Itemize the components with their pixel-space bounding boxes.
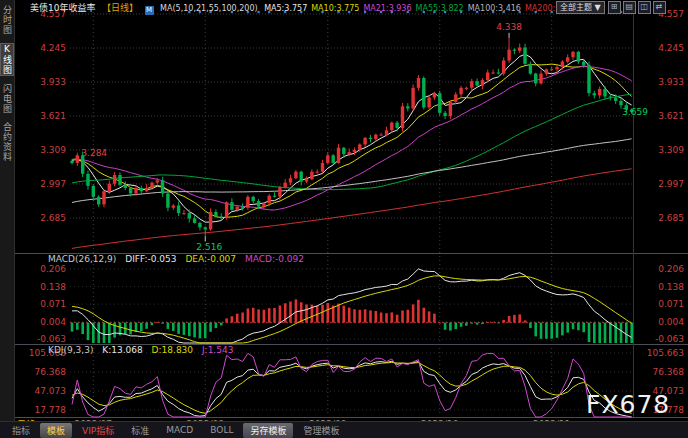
svg-text:0.138: 0.138 — [40, 282, 66, 292]
kdj-d: D:18.830 — [152, 345, 193, 355]
svg-text:17.778: 17.778 — [35, 405, 67, 415]
charting-app-window: 4.5574.5574.2454.2453.9333.9333.6213.621… — [0, 0, 688, 438]
svg-text:0.004: 0.004 — [40, 317, 66, 327]
tab-指标[interactable]: 指标 — [5, 423, 37, 438]
svg-text:0.004: 0.004 — [658, 317, 684, 327]
ma-settings-icon[interactable]: M — [145, 6, 154, 15]
ma-lines — [72, 54, 632, 248]
kdj-panel — [72, 353, 632, 417]
bar-chart-icon[interactable]: ▤ — [623, 1, 636, 14]
chart-canvas[interactable]: 4.5574.5574.2454.2453.9333.9333.6213.621… — [0, 0, 688, 438]
macd-macd: MACD:-0.092 — [245, 254, 304, 264]
ma-value: MA5:3.757 — [264, 4, 307, 13]
ma-value: MA100:3.416 — [468, 4, 521, 13]
tab-VIP指标[interactable]: VIP指标 — [75, 423, 121, 438]
svg-text:76.368: 76.368 — [35, 367, 67, 377]
svg-text:3.621: 3.621 — [658, 111, 684, 121]
kdj-name: KDJ(9,3,3) — [48, 345, 93, 355]
svg-text:105.663: 105.663 — [647, 348, 684, 358]
column-chart-icon[interactable]: ◫ — [638, 1, 651, 14]
candlesticks — [70, 38, 633, 237]
theme-dropdown-button[interactable]: 全部主题 ▼ — [556, 1, 605, 14]
kdj-j: J:1.543 — [202, 345, 233, 355]
ma-value: MA55:3.822 — [416, 4, 464, 13]
svg-text:76.368: 76.368 — [653, 367, 685, 377]
svg-text:3.309: 3.309 — [658, 145, 684, 155]
grid-and-axes: 4.5574.5574.2454.2453.9333.9333.6213.621… — [14, 9, 688, 418]
svg-text:4.245: 4.245 — [658, 43, 684, 53]
svg-text:2.516: 2.516 — [196, 242, 222, 252]
svg-text:0.071: 0.071 — [658, 299, 684, 309]
header-controls: 全部主题 ▼ ⊞▤◫⇄ — [556, 1, 666, 14]
period-tag: 【日线】 — [102, 3, 138, 13]
svg-text:0.206: 0.206 — [40, 264, 66, 274]
sidebar-item-合约资料[interactable]: 合约资料 — [1, 122, 13, 162]
kdj-panel-header: KDJ(9,3,3) K:13.068 D:18.830 J:1.543 — [48, 345, 239, 355]
svg-text:2.997: 2.997 — [40, 179, 66, 189]
tab-标准[interactable]: 标准 — [124, 423, 156, 438]
ma-values: MA5:3.757MA10:3.775MA21:3.936MA55:3.822M… — [264, 4, 582, 13]
tab-BOLL[interactable]: BOLL — [203, 424, 240, 436]
tab-另存模板[interactable]: 另存模板 — [243, 423, 293, 438]
tab-模板[interactable]: 模板 — [40, 423, 72, 438]
svg-text:3.659: 3.659 — [622, 107, 648, 117]
svg-text:4.245: 4.245 — [40, 43, 66, 53]
split-grid-icon[interactable]: ⊞ — [608, 1, 621, 14]
svg-text:4.338: 4.338 — [496, 22, 522, 32]
tab-MACD[interactable]: MACD — [159, 424, 200, 436]
svg-text:2.685: 2.685 — [40, 213, 66, 223]
macd-panel-header: MACD(26,12,9) DIFF:-0.053 DEA:-0.007 MAC… — [48, 254, 310, 264]
chart-header: 美债10年收益率 【日线】 M MA(5,10,21,55,100,200) M… — [30, 1, 586, 15]
svg-text:-0.063: -0.063 — [37, 334, 66, 344]
watermark: FX678 — [586, 390, 670, 419]
svg-text:0.071: 0.071 — [40, 299, 66, 309]
svg-text:0.138: 0.138 — [658, 282, 684, 292]
svg-text:3.933: 3.933 — [658, 77, 684, 87]
ma-value: MA21:3.936 — [363, 4, 411, 13]
svg-text:2.685: 2.685 — [658, 213, 684, 223]
kdj-k: K:13.068 — [102, 345, 142, 355]
macd-panel — [71, 269, 633, 343]
svg-text:3.621: 3.621 — [40, 111, 66, 121]
svg-text:47.073: 47.073 — [35, 386, 67, 396]
symbol-title: 美债10年收益率 — [30, 3, 95, 13]
svg-text:2.997: 2.997 — [658, 179, 684, 189]
indicator-tab-bar: 指标模板VIP指标标准MACDBOLL另存模板管理模板 — [0, 421, 688, 438]
svg-text:0.206: 0.206 — [658, 264, 684, 274]
chart-tool-buttons: ⊞▤◫⇄ — [608, 1, 666, 14]
ma-value: MA10:3.775 — [311, 4, 359, 13]
transfer-icon[interactable]: ⇄ — [653, 1, 666, 14]
chart-type-sidebar: 分时图K线图闪电图合约资料 — [0, 0, 15, 422]
macd-dea: DEA:-0.007 — [185, 254, 236, 264]
macd-name: MACD(26,12,9) — [48, 254, 116, 264]
svg-text:3.284: 3.284 — [81, 148, 107, 158]
macd-diff: DIFF:-0.053 — [125, 254, 176, 264]
sidebar-item-闪电图[interactable]: 闪电图 — [1, 84, 13, 114]
svg-text:3.309: 3.309 — [40, 145, 66, 155]
sidebar-item-K线图[interactable]: K线图 — [0, 43, 14, 76]
svg-text:3.933: 3.933 — [40, 77, 66, 87]
sidebar-item-分时图[interactable]: 分时图 — [1, 5, 13, 35]
ma-group-label: MA(5,10,21,55,100,200) — [160, 4, 258, 13]
svg-text:-0.063: -0.063 — [655, 334, 684, 344]
tab-管理模板[interactable]: 管理模板 — [296, 423, 346, 438]
